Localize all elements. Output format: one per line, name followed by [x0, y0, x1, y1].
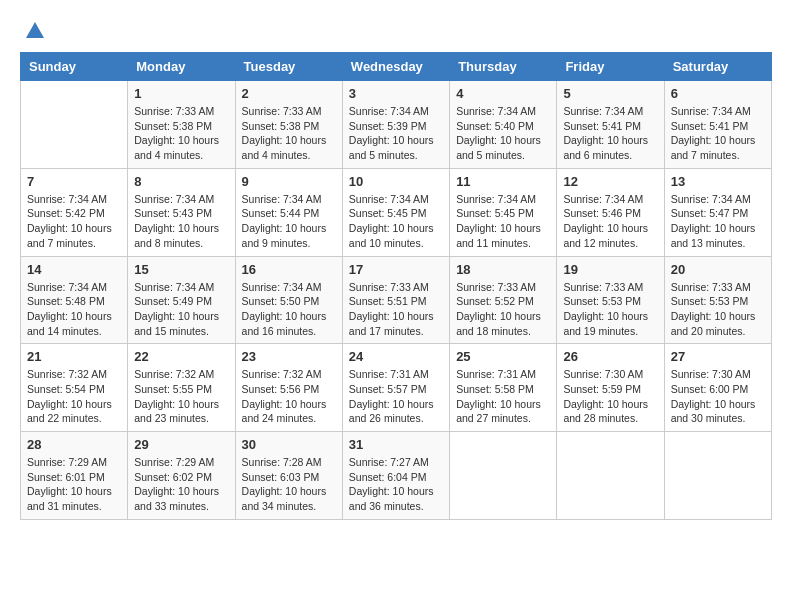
day-info: Sunrise: 7:28 AMSunset: 6:03 PMDaylight:…	[242, 455, 336, 514]
day-cell: 25Sunrise: 7:31 AMSunset: 5:58 PMDayligh…	[450, 344, 557, 432]
week-row-2: 7Sunrise: 7:34 AMSunset: 5:42 PMDaylight…	[21, 168, 772, 256]
day-cell: 1Sunrise: 7:33 AMSunset: 5:38 PMDaylight…	[128, 81, 235, 169]
day-number: 9	[242, 174, 336, 189]
day-number: 2	[242, 86, 336, 101]
day-number: 14	[27, 262, 121, 277]
day-info: Sunrise: 7:31 AMSunset: 5:57 PMDaylight:…	[349, 367, 443, 426]
day-number: 27	[671, 349, 765, 364]
header-sunday: Sunday	[21, 53, 128, 81]
week-row-4: 21Sunrise: 7:32 AMSunset: 5:54 PMDayligh…	[21, 344, 772, 432]
day-number: 22	[134, 349, 228, 364]
day-number: 20	[671, 262, 765, 277]
header-friday: Friday	[557, 53, 664, 81]
day-info: Sunrise: 7:30 AMSunset: 6:00 PMDaylight:…	[671, 367, 765, 426]
day-number: 28	[27, 437, 121, 452]
day-info: Sunrise: 7:34 AMSunset: 5:46 PMDaylight:…	[563, 192, 657, 251]
header-tuesday: Tuesday	[235, 53, 342, 81]
day-cell: 30Sunrise: 7:28 AMSunset: 6:03 PMDayligh…	[235, 432, 342, 520]
logo	[20, 20, 46, 42]
day-number: 31	[349, 437, 443, 452]
day-info: Sunrise: 7:34 AMSunset: 5:44 PMDaylight:…	[242, 192, 336, 251]
day-cell: 18Sunrise: 7:33 AMSunset: 5:52 PMDayligh…	[450, 256, 557, 344]
day-cell: 29Sunrise: 7:29 AMSunset: 6:02 PMDayligh…	[128, 432, 235, 520]
day-info: Sunrise: 7:33 AMSunset: 5:53 PMDaylight:…	[563, 280, 657, 339]
day-cell	[557, 432, 664, 520]
day-number: 19	[563, 262, 657, 277]
day-cell: 23Sunrise: 7:32 AMSunset: 5:56 PMDayligh…	[235, 344, 342, 432]
header-saturday: Saturday	[664, 53, 771, 81]
day-info: Sunrise: 7:34 AMSunset: 5:49 PMDaylight:…	[134, 280, 228, 339]
day-info: Sunrise: 7:27 AMSunset: 6:04 PMDaylight:…	[349, 455, 443, 514]
day-info: Sunrise: 7:34 AMSunset: 5:40 PMDaylight:…	[456, 104, 550, 163]
calendar-header-row: SundayMondayTuesdayWednesdayThursdayFrid…	[21, 53, 772, 81]
day-info: Sunrise: 7:34 AMSunset: 5:48 PMDaylight:…	[27, 280, 121, 339]
day-cell: 2Sunrise: 7:33 AMSunset: 5:38 PMDaylight…	[235, 81, 342, 169]
day-cell: 4Sunrise: 7:34 AMSunset: 5:40 PMDaylight…	[450, 81, 557, 169]
day-number: 26	[563, 349, 657, 364]
day-info: Sunrise: 7:34 AMSunset: 5:39 PMDaylight:…	[349, 104, 443, 163]
day-cell: 3Sunrise: 7:34 AMSunset: 5:39 PMDaylight…	[342, 81, 449, 169]
week-row-3: 14Sunrise: 7:34 AMSunset: 5:48 PMDayligh…	[21, 256, 772, 344]
day-cell	[664, 432, 771, 520]
header-monday: Monday	[128, 53, 235, 81]
day-number: 5	[563, 86, 657, 101]
day-info: Sunrise: 7:33 AMSunset: 5:52 PMDaylight:…	[456, 280, 550, 339]
day-cell: 21Sunrise: 7:32 AMSunset: 5:54 PMDayligh…	[21, 344, 128, 432]
day-number: 17	[349, 262, 443, 277]
day-number: 18	[456, 262, 550, 277]
day-cell: 11Sunrise: 7:34 AMSunset: 5:45 PMDayligh…	[450, 168, 557, 256]
day-info: Sunrise: 7:34 AMSunset: 5:42 PMDaylight:…	[27, 192, 121, 251]
day-number: 8	[134, 174, 228, 189]
day-info: Sunrise: 7:33 AMSunset: 5:38 PMDaylight:…	[242, 104, 336, 163]
day-number: 15	[134, 262, 228, 277]
day-cell: 26Sunrise: 7:30 AMSunset: 5:59 PMDayligh…	[557, 344, 664, 432]
day-info: Sunrise: 7:33 AMSunset: 5:53 PMDaylight:…	[671, 280, 765, 339]
day-cell: 17Sunrise: 7:33 AMSunset: 5:51 PMDayligh…	[342, 256, 449, 344]
day-number: 29	[134, 437, 228, 452]
day-cell: 19Sunrise: 7:33 AMSunset: 5:53 PMDayligh…	[557, 256, 664, 344]
day-cell	[450, 432, 557, 520]
day-number: 10	[349, 174, 443, 189]
day-cell: 22Sunrise: 7:32 AMSunset: 5:55 PMDayligh…	[128, 344, 235, 432]
day-number: 24	[349, 349, 443, 364]
day-info: Sunrise: 7:32 AMSunset: 5:56 PMDaylight:…	[242, 367, 336, 426]
day-info: Sunrise: 7:29 AMSunset: 6:02 PMDaylight:…	[134, 455, 228, 514]
day-info: Sunrise: 7:34 AMSunset: 5:45 PMDaylight:…	[349, 192, 443, 251]
day-number: 7	[27, 174, 121, 189]
day-cell: 15Sunrise: 7:34 AMSunset: 5:49 PMDayligh…	[128, 256, 235, 344]
day-info: Sunrise: 7:32 AMSunset: 5:54 PMDaylight:…	[27, 367, 121, 426]
header-wednesday: Wednesday	[342, 53, 449, 81]
day-cell: 28Sunrise: 7:29 AMSunset: 6:01 PMDayligh…	[21, 432, 128, 520]
day-info: Sunrise: 7:29 AMSunset: 6:01 PMDaylight:…	[27, 455, 121, 514]
day-info: Sunrise: 7:34 AMSunset: 5:45 PMDaylight:…	[456, 192, 550, 251]
day-cell: 8Sunrise: 7:34 AMSunset: 5:43 PMDaylight…	[128, 168, 235, 256]
day-cell: 27Sunrise: 7:30 AMSunset: 6:00 PMDayligh…	[664, 344, 771, 432]
day-number: 16	[242, 262, 336, 277]
day-info: Sunrise: 7:33 AMSunset: 5:38 PMDaylight:…	[134, 104, 228, 163]
page-header	[20, 20, 772, 42]
day-info: Sunrise: 7:34 AMSunset: 5:41 PMDaylight:…	[671, 104, 765, 163]
day-info: Sunrise: 7:31 AMSunset: 5:58 PMDaylight:…	[456, 367, 550, 426]
day-info: Sunrise: 7:34 AMSunset: 5:50 PMDaylight:…	[242, 280, 336, 339]
week-row-1: 1Sunrise: 7:33 AMSunset: 5:38 PMDaylight…	[21, 81, 772, 169]
header-thursday: Thursday	[450, 53, 557, 81]
day-number: 1	[134, 86, 228, 101]
day-number: 6	[671, 86, 765, 101]
day-number: 3	[349, 86, 443, 101]
day-cell	[21, 81, 128, 169]
day-cell: 14Sunrise: 7:34 AMSunset: 5:48 PMDayligh…	[21, 256, 128, 344]
day-cell: 6Sunrise: 7:34 AMSunset: 5:41 PMDaylight…	[664, 81, 771, 169]
day-number: 21	[27, 349, 121, 364]
day-cell: 31Sunrise: 7:27 AMSunset: 6:04 PMDayligh…	[342, 432, 449, 520]
day-cell: 24Sunrise: 7:31 AMSunset: 5:57 PMDayligh…	[342, 344, 449, 432]
day-cell: 10Sunrise: 7:34 AMSunset: 5:45 PMDayligh…	[342, 168, 449, 256]
day-info: Sunrise: 7:33 AMSunset: 5:51 PMDaylight:…	[349, 280, 443, 339]
day-info: Sunrise: 7:34 AMSunset: 5:41 PMDaylight:…	[563, 104, 657, 163]
calendar-body: 1Sunrise: 7:33 AMSunset: 5:38 PMDaylight…	[21, 81, 772, 520]
day-cell: 9Sunrise: 7:34 AMSunset: 5:44 PMDaylight…	[235, 168, 342, 256]
day-number: 25	[456, 349, 550, 364]
day-number: 30	[242, 437, 336, 452]
day-number: 23	[242, 349, 336, 364]
day-number: 11	[456, 174, 550, 189]
day-cell: 13Sunrise: 7:34 AMSunset: 5:47 PMDayligh…	[664, 168, 771, 256]
